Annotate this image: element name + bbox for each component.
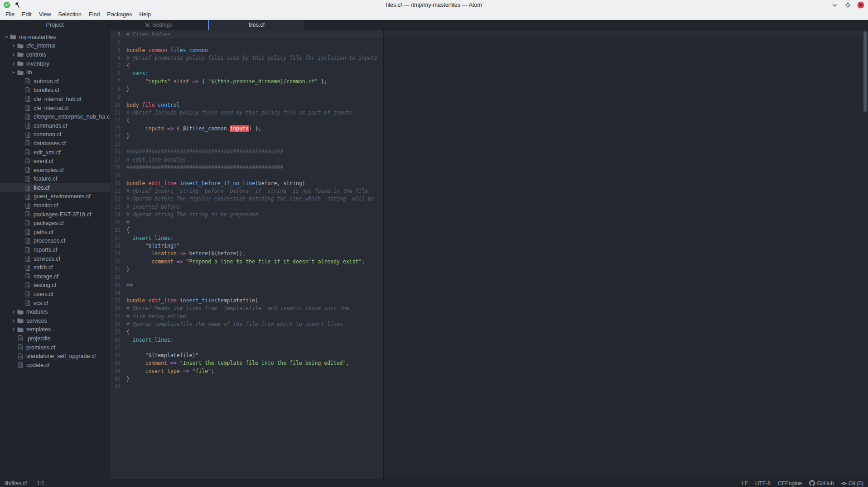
- tree-item-standalone-self-upgrade-cf[interactable]: standalone_self_upgrade.cf: [0, 352, 110, 361]
- code-line-37[interactable]: 37# file being edited.: [110, 313, 868, 320]
- code-line-7[interactable]: 7 "inputs" slist => { "$(this.promise_di…: [110, 78, 868, 86]
- menu-file[interactable]: File: [2, 10, 18, 19]
- minimize-button[interactable]: [831, 1, 838, 9]
- menu-selection[interactable]: Selection: [55, 10, 85, 19]
- tree-item-modules[interactable]: modules: [0, 307, 110, 316]
- tree-item-commands-cf[interactable]: commands.cf: [0, 121, 110, 130]
- code-line-15[interactable]: 15: [110, 140, 868, 148]
- tree-item-update-cf[interactable]: update.cf: [0, 361, 110, 370]
- code-line-12[interactable]: 12{: [110, 117, 868, 124]
- tree-item-packages-ent-3719-cf[interactable]: packages-ENT-3719.cf: [0, 210, 110, 219]
- code-line-24[interactable]: 24# @param string The string to be prepe…: [110, 211, 868, 219]
- tree-item-lib[interactable]: lib: [0, 68, 110, 77]
- code-line-32[interactable]: 32: [110, 273, 868, 281]
- tree-item-promises-cf[interactable]: promises.cf: [0, 343, 110, 352]
- tree-item-cfe-internal-hub-cf[interactable]: cfe_internal_hub.cf: [0, 95, 110, 104]
- tree-item-examples-cf[interactable]: examples.cf: [0, 166, 110, 175]
- code-line-40[interactable]: 40 insert_lines:: [110, 336, 868, 344]
- status-github[interactable]: GitHub: [809, 480, 834, 487]
- status-cursor-position[interactable]: 1:1: [37, 480, 44, 487]
- pin-icon[interactable]: [14, 2, 20, 8]
- code-line-31[interactable]: 31}: [110, 266, 868, 273]
- tree-item-autorun-cf[interactable]: autorun.cf: [0, 77, 110, 86]
- code-line-23[interactable]: 23# inserted before: [110, 203, 868, 211]
- tree-item-guest-environments-cf[interactable]: guest_environments.cf: [0, 192, 110, 201]
- code-line-29[interactable]: 29 location => before($(before)),: [110, 250, 868, 258]
- tree-item-services-cf[interactable]: services.cf: [0, 254, 110, 263]
- tree-item-feature-cf[interactable]: feature.cf: [0, 175, 110, 184]
- tree-item-packages-cf[interactable]: packages.cf: [0, 219, 110, 228]
- code-line-44[interactable]: 44 insert_type => "file";: [110, 368, 868, 375]
- tree-item-controls[interactable]: controls: [0, 50, 110, 59]
- code-line-33[interactable]: 33##: [110, 282, 868, 289]
- tree-item-monitor-cf[interactable]: monitor.cf: [0, 201, 110, 210]
- tree-item-paths-cf[interactable]: paths.cf: [0, 228, 110, 237]
- status-file-path[interactable]: lib/files.cf: [5, 480, 27, 487]
- code-line-2[interactable]: 2: [110, 38, 868, 46]
- menu-edit[interactable]: Edit: [18, 10, 35, 19]
- code-line-5[interactable]: 5{: [110, 62, 868, 70]
- menu-help[interactable]: Help: [135, 10, 154, 19]
- code-line-38[interactable]: 38# @param templatefile The name of the …: [110, 320, 868, 328]
- code-line-22[interactable]: 22# @param before The regular expression…: [110, 195, 868, 203]
- code-line-14[interactable]: 14}: [110, 133, 868, 140]
- status-git[interactable]: Git (0): [841, 480, 863, 487]
- code-line-20[interactable]: 20bundle edit_line insert_before_if_no_l…: [110, 180, 868, 187]
- code-line-9[interactable]: 9: [110, 93, 868, 101]
- code-line-19[interactable]: 19: [110, 172, 868, 179]
- tree-item-cfe-internal-cf[interactable]: cfe_internal.cf: [0, 104, 110, 113]
- tree-item-cfe-internal[interactable]: cfe_internal: [0, 42, 110, 51]
- maximize-button[interactable]: [844, 1, 851, 9]
- code-line-35[interactable]: 35bundle edit_line insert_file(templatef…: [110, 297, 868, 305]
- menu-packages[interactable]: Packages: [103, 10, 135, 19]
- tree-item-common-cf[interactable]: common.cf: [0, 130, 110, 139]
- tree-item-databases-cf[interactable]: databases.cf: [0, 139, 110, 148]
- code-line-25[interactable]: 25#: [110, 219, 868, 226]
- status-grammar[interactable]: CFEngine: [778, 480, 802, 487]
- code-line-43[interactable]: 43 comment => "Insert the template file …: [110, 359, 868, 367]
- tree-item-vcs-cf[interactable]: vcs.cf: [0, 299, 110, 308]
- code-line-46[interactable]: 46: [110, 383, 868, 391]
- tree-item-templates[interactable]: templates: [0, 325, 110, 334]
- tree-item-testing-cf[interactable]: testing.cf: [0, 281, 110, 290]
- text-editor[interactable]: 1# Files bodies23bundle common files_com…: [110, 30, 868, 479]
- status-line-ending[interactable]: LF: [742, 480, 748, 487]
- tree-item-bundles-cf[interactable]: bundles.cf: [0, 86, 110, 95]
- editor-scrollbar-thumb[interactable]: [863, 31, 867, 112]
- code-line-6[interactable]: 6 vars:: [110, 70, 868, 77]
- tree-item-services[interactable]: services: [0, 316, 110, 325]
- code-line-8[interactable]: 8}: [110, 86, 868, 93]
- tree-item-processes-cf[interactable]: processes.cf: [0, 237, 110, 246]
- menu-find[interactable]: Find: [85, 10, 103, 19]
- tab-settings[interactable]: Settings: [110, 20, 208, 30]
- code-line-18[interactable]: 18######################################…: [110, 164, 868, 172]
- code-line-41[interactable]: 41: [110, 344, 868, 352]
- tree-item-files-cf[interactable]: files.cf: [0, 183, 110, 192]
- code-line-11[interactable]: 11# @brief Include policy files used by …: [110, 109, 868, 117]
- close-button[interactable]: [857, 1, 864, 9]
- code-line-42[interactable]: 42 "$(templatefile)": [110, 352, 868, 359]
- code-line-13[interactable]: 13 inputs => { @(files_common.inputs) };: [110, 125, 868, 133]
- tree-item-reports-cf[interactable]: reports.cf: [0, 245, 110, 254]
- tree-item-my-masterfiles[interactable]: my-masterfiles: [0, 33, 110, 42]
- tree-item--projectile[interactable]: .projectile: [0, 334, 110, 343]
- code-line-16[interactable]: 16######################################…: [110, 148, 868, 156]
- tree-item-cfengine-enterprise-hub-ha-cf[interactable]: cfengine_enterprise_hub_ha.cf: [0, 112, 110, 121]
- code-line-1[interactable]: 1# Files bodies: [110, 31, 868, 38]
- tree-item-inventory[interactable]: inventory: [0, 59, 110, 68]
- code-line-28[interactable]: 28 "$(string)": [110, 242, 868, 250]
- status-encoding[interactable]: UTF-8: [755, 480, 771, 487]
- code-line-4[interactable]: 4# @brief Enumerate policy files used by…: [110, 54, 868, 62]
- code-line-3[interactable]: 3bundle common files_common: [110, 47, 868, 54]
- menu-view[interactable]: View: [35, 10, 55, 19]
- tree-item-users-cf[interactable]: users.cf: [0, 290, 110, 299]
- code-line-17[interactable]: 17# edit_line bundles: [110, 156, 868, 164]
- tree-item-event-cf[interactable]: event.cf: [0, 157, 110, 166]
- code-line-21[interactable]: 21# @brief Insert `string` before `befor…: [110, 187, 868, 195]
- code-line-10[interactable]: 10body file control: [110, 101, 868, 109]
- code-line-27[interactable]: 27 insert_lines:: [110, 234, 868, 242]
- code-line-39[interactable]: 39{: [110, 328, 868, 336]
- tree-item-edit-xml-cf[interactable]: edit_xml.cf: [0, 148, 110, 157]
- code-line-26[interactable]: 26{: [110, 226, 868, 234]
- code-line-34[interactable]: 34: [110, 289, 868, 297]
